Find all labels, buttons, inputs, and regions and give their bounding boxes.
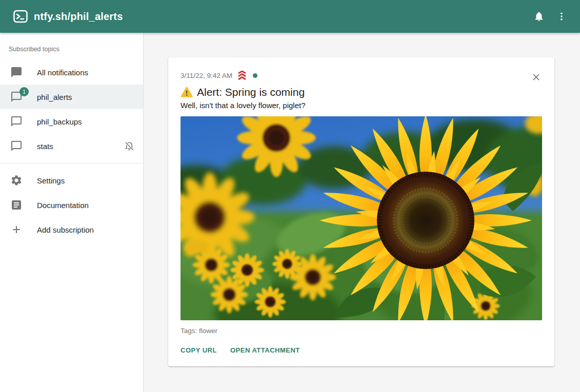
sidebar-item-add-subscription[interactable]: Add subscription (0, 217, 143, 242)
notification-body: Well, isn't that a lovely flower, piglet… (181, 101, 542, 110)
sidebar-item-phil-backups[interactable]: phil_backups (0, 109, 143, 134)
app-title: ntfy.sh/phil_alerts (34, 11, 123, 23)
warning-triangle-emoji (181, 87, 193, 98)
sidebar-item-label: stats (37, 142, 53, 151)
article-icon (10, 199, 23, 211)
unread-dot (253, 73, 257, 78)
subscribed-topics-label: Subscribed topics (0, 33, 143, 60)
chat-bubble-outline-icon (10, 140, 23, 152)
sidebar-item-documentation[interactable]: Documentation (0, 193, 143, 217)
notification-actions: COPY URL OPEN ATTACHMENT (181, 342, 542, 358)
close-x-icon (531, 72, 542, 82)
sidebar: Subscribed topics All notifications 1 ph… (0, 33, 144, 392)
close-notification-button[interactable] (529, 70, 543, 84)
chat-bubble-outline-icon: 1 (10, 91, 23, 103)
terminal-logo-icon (13, 10, 28, 23)
chat-bubble-filled-icon (10, 66, 23, 78)
attachment-image[interactable] (181, 116, 542, 320)
sidebar-item-phil-alerts[interactable]: 1 phil_alerts (0, 85, 143, 109)
sidebar-item-stats[interactable]: stats (0, 134, 143, 158)
priority-high-red-chevrons-icon (236, 71, 248, 80)
gear-icon (10, 174, 23, 187)
kebab-menu-icon (556, 11, 567, 22)
copy-url-button[interactable]: COPY URL (181, 342, 217, 358)
sidebar-item-settings[interactable]: Settings (0, 168, 143, 193)
notification-meta: 3/11/22, 9:42 AM (181, 71, 542, 80)
sidebar-item-all-notifications[interactable]: All notifications (0, 60, 143, 85)
app-bar: ntfy.sh/phil_alerts (0, 0, 580, 33)
notifications-bell-button[interactable] (528, 5, 550, 28)
sidebar-item-label: phil_alerts (37, 93, 72, 101)
sidebar-divider (0, 163, 143, 163)
bell-slash-icon (124, 140, 135, 152)
sidebar-item-label: Documentation (37, 201, 89, 210)
plus-icon (10, 223, 23, 236)
sidebar-item-label: Add subscription (37, 225, 94, 234)
open-attachment-button[interactable]: OPEN ATTACHMENT (230, 342, 300, 358)
notification-title: Alert: Spring is coming (197, 86, 305, 98)
overflow-menu-button[interactable] (550, 5, 573, 28)
notifications-bell-icon (533, 11, 545, 22)
notification-tags: Tags: flower (181, 327, 542, 335)
notification-card: 3/11/22, 9:42 AM Alert: Spring is coming (168, 57, 554, 366)
main-content: 3/11/22, 9:42 AM Alert: Spring is coming (144, 33, 580, 392)
unread-count-badge: 1 (19, 87, 29, 96)
notification-title-row: Alert: Spring is coming (181, 86, 542, 98)
sidebar-item-label: Settings (37, 176, 65, 185)
sidebar-item-label: phil_backups (37, 117, 82, 126)
chat-bubble-outline-icon (10, 115, 23, 128)
sidebar-item-label: All notifications (37, 68, 88, 77)
timestamp: 3/11/22, 9:42 AM (181, 72, 232, 79)
